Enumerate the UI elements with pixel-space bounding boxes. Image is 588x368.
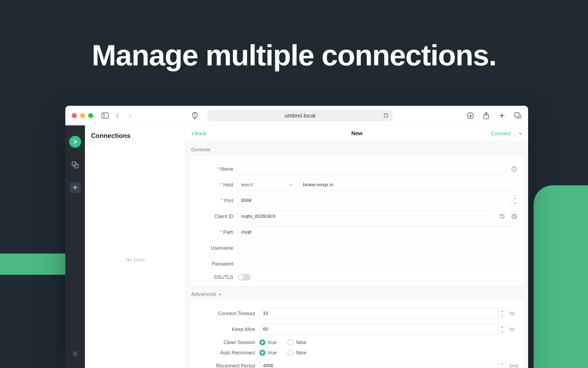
auto-reconnect-true-radio[interactable]: true [259,350,277,356]
username-label: Username [195,245,233,251]
back-button[interactable]: Back [191,131,206,137]
name-input[interactable] [238,163,507,175]
nav-forward-icon[interactable] [126,112,134,119]
svg-point-17 [514,168,514,168]
unit-seconds: (s) [509,327,519,332]
password-input[interactable] [238,258,519,270]
downloads-icon[interactable] [467,112,474,119]
reload-icon[interactable] [383,113,389,118]
page-title: New [351,130,362,137]
url-bar[interactable]: umbrel.local [207,110,393,121]
password-label: Password [195,261,233,267]
sidebar-toggle-icon[interactable] [101,112,109,119]
refresh-id-icon[interactable] [498,214,507,219]
svg-rect-0 [102,113,108,118]
info-icon[interactable] [510,166,519,172]
unit-seconds: (s) [509,311,519,316]
clean-session-true-radio[interactable]: true [259,339,277,345]
connect-dropdown-icon[interactable] [518,132,523,135]
minimize-window-icon[interactable] [80,113,85,118]
hero-title: Manage multiple connections. [0,38,588,72]
keep-alive-stepper[interactable]: ▴▾ [498,324,506,335]
browser-window: umbrel.local [65,106,528,368]
collapse-icon [218,293,222,295]
port-input[interactable] [238,195,519,206]
path-input[interactable] [238,227,519,238]
radio-false-label: false [296,350,307,356]
radio-true-label: true [268,340,277,345]
share-icon[interactable] [482,112,490,119]
accent-decoration-left [0,254,65,275]
zoom-window-icon[interactable] [88,113,93,118]
connections-panel: Connections No Data [85,125,186,368]
svg-rect-9 [515,113,519,117]
no-data-text: No Data [91,257,179,263]
connect-timeout-stepper[interactable]: ▴▾ [498,308,506,319]
add-connection-button[interactable] [70,182,81,193]
ssl-toggle[interactable] [238,274,251,280]
app-body: Connections No Data Back New Connect [65,125,528,368]
scheme-value: wss:// [241,182,253,188]
main-header: Back New Connect [186,125,528,142]
reconnect-period-stepper[interactable]: ▴▾ [498,360,506,368]
connect-button[interactable]: Connect [491,131,510,137]
reconnect-period-label: Reconnect Period [195,363,255,368]
form-area: General Name Host [186,142,528,368]
window-controls [72,113,93,118]
copy-rail-icon[interactable] [72,161,79,168]
keep-alive-input[interactable] [259,324,506,335]
back-label: Back [195,131,206,137]
path-label: Path [195,230,233,235]
svg-point-14 [74,353,76,355]
reconnect-period-input[interactable] [259,360,506,368]
chevron-down-icon [289,183,293,186]
privacy-shield-icon[interactable] [191,112,199,119]
username-input[interactable] [238,242,519,254]
name-label: Name [195,166,233,172]
close-window-icon[interactable] [72,113,77,118]
svg-marker-19 [219,293,221,295]
radio-false-label: false [296,340,307,345]
divider [514,131,514,137]
auto-reconnect-label: Auto Reconnect [195,350,255,356]
section-advanced-text: Advanced [191,291,216,297]
new-tab-icon[interactable] [498,112,506,119]
general-card: Name Host wss:// [189,155,524,286]
scheme-select[interactable]: wss:// [238,179,296,191]
ssl-label: SSL/TLS [195,275,233,280]
settings-icon[interactable] [72,351,78,357]
keep-alive-label: Keep Alive [195,327,255,332]
section-advanced-label[interactable]: Advanced [191,291,523,297]
clean-session-false-radio[interactable]: false [287,339,307,345]
unit-ms: (ms) [509,363,519,368]
url-text: umbrel.local [284,112,315,119]
connect-timeout-input[interactable] [259,308,506,319]
tab-overview-icon[interactable] [514,112,522,119]
radio-true-label: true [268,350,277,356]
advanced-card: Connect Timeout ▴▾ (s) Keep Alive [189,300,524,368]
clean-session-label: Clean Session [195,340,255,345]
port-stepper[interactable]: ▴▾ [511,195,518,206]
icon-rail [65,125,85,368]
app-logo-icon[interactable] [69,136,81,148]
section-general-label: General [191,147,523,153]
connections-title: Connections [91,132,179,140]
host-label: Host [195,182,233,188]
client-id-label: Client ID [195,214,233,219]
port-label: Port [195,198,233,204]
accent-decoration-right [534,185,588,368]
timestamp-id-icon[interactable] [510,214,519,219]
nav-back-icon[interactable] [114,112,121,119]
auto-reconnect-false-radio[interactable]: false [287,350,307,356]
client-id-input[interactable] [238,211,495,222]
browser-toolbar: umbrel.local [65,106,528,125]
connect-timeout-label: Connect Timeout [195,311,255,316]
host-input[interactable] [299,179,519,191]
main-panel: Back New Connect General Name [186,125,528,368]
